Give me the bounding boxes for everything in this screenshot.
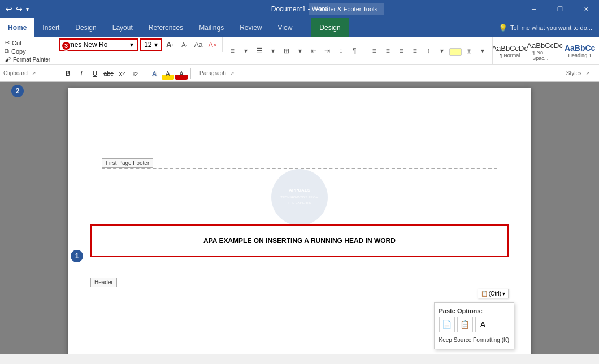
first-page-footer-label: First Page Footer bbox=[102, 158, 153, 168]
tell-me-bar[interactable]: 💡 Tell me what you want to do... bbox=[492, 18, 599, 37]
badge-3: 3 bbox=[61, 41, 71, 51]
paste-ctrl-button[interactable]: 📋 (Ctrl) ▾ bbox=[478, 289, 509, 298]
redo-icon[interactable]: ↪ bbox=[16, 5, 23, 14]
tab-view[interactable]: View bbox=[270, 18, 301, 37]
strikethrough-button[interactable]: abc bbox=[102, 67, 115, 80]
change-case-button[interactable]: Aa bbox=[192, 38, 205, 51]
tab-review[interactable]: Review bbox=[232, 18, 270, 37]
paragraph-section-label: Paragraph bbox=[199, 70, 226, 76]
ribbon: Home Insert Design Layout References Mai… bbox=[0, 18, 599, 82]
clipboard-expand-icon[interactable]: ↗ bbox=[32, 71, 36, 76]
bullets-button[interactable]: ≡ bbox=[226, 45, 238, 57]
header-highlight-box[interactable]: APA EXAMPLE ON INSERTING A RUNNING HEAD … bbox=[90, 224, 509, 257]
multilevel-dropdown[interactable]: ▾ bbox=[294, 45, 306, 57]
badge-1: 1 bbox=[71, 250, 83, 262]
highlight-color-button[interactable]: A bbox=[162, 67, 174, 80]
keep-text-only-icon-btn[interactable]: A bbox=[475, 317, 491, 332]
copy-button[interactable]: ⧉ Copy bbox=[3, 47, 51, 55]
paste-option-icons: 📄 📋 A bbox=[439, 317, 510, 332]
style-heading1[interactable]: AaBbCc Heading 1 bbox=[563, 42, 597, 59]
clipboard-section-label: Clipboard bbox=[3, 70, 28, 76]
tab-design-contextual[interactable]: Design bbox=[311, 18, 348, 37]
superscript-button[interactable]: x2 bbox=[129, 67, 142, 80]
format-separator-2 bbox=[190, 68, 191, 79]
bullets-dropdown[interactable]: ▾ bbox=[240, 45, 252, 57]
align-justify-button[interactable]: ≡ bbox=[409, 45, 421, 57]
decrease-indent-button[interactable]: ⇤ bbox=[307, 45, 320, 57]
font-size-dropdown[interactable]: 12 ▾ bbox=[140, 38, 162, 51]
border-button[interactable]: ⊞ bbox=[463, 45, 475, 57]
tab-references[interactable]: References bbox=[141, 18, 191, 37]
paste-ctrl-label: (Ctrl) bbox=[489, 291, 501, 297]
numbering-dropdown[interactable]: ▾ bbox=[267, 45, 279, 57]
styles-section: AaBbCcDc ¶ Normal AaBbCcDc ¶ No Spac... … bbox=[493, 37, 599, 64]
shading-button[interactable] bbox=[449, 48, 462, 56]
paragraph-expand-icon[interactable]: ↗ bbox=[230, 71, 235, 76]
cut-button[interactable]: ✂ Cut bbox=[3, 38, 51, 47]
align-right-button[interactable]: ≡ bbox=[395, 45, 407, 57]
font-dropdown-arrow[interactable]: ▾ bbox=[130, 41, 133, 49]
style-h1-label: Heading 1 bbox=[568, 53, 592, 58]
highlight-icon: A bbox=[166, 70, 170, 77]
italic-button[interactable]: I bbox=[75, 67, 88, 80]
styles-expand-icon[interactable]: ↗ bbox=[585, 71, 590, 76]
line-spacing-button[interactable]: ↕ bbox=[422, 45, 435, 57]
numbering-button[interactable]: ☰ bbox=[253, 45, 266, 57]
close-button[interactable]: ✕ bbox=[573, 0, 599, 18]
keep-source-formatting-icon-btn[interactable]: 📄 bbox=[439, 317, 455, 332]
restore-button[interactable]: ❐ bbox=[547, 0, 573, 18]
undo-icon[interactable]: ↩ bbox=[6, 5, 12, 14]
tab-home[interactable]: Home bbox=[0, 18, 34, 37]
tab-insert[interactable]: Insert bbox=[34, 18, 67, 37]
style-normal[interactable]: AaBbCcDc ¶ Normal bbox=[493, 43, 527, 59]
paragraph-label-area: Paragraph ↗ bbox=[199, 70, 235, 76]
font-grow-button[interactable]: A+ bbox=[164, 38, 176, 51]
bold-button[interactable]: B bbox=[62, 67, 74, 80]
page-body-top bbox=[102, 110, 497, 144]
cut-icon: ✂ bbox=[5, 39, 10, 46]
increase-indent-button[interactable]: ⇥ bbox=[321, 45, 333, 57]
sort-button[interactable]: ↕ bbox=[335, 45, 347, 57]
font-size-arrow[interactable]: ▾ bbox=[154, 41, 158, 49]
tab-design[interactable]: Design bbox=[67, 18, 104, 37]
list-section: ≡ ▾ ☰ ▾ ⊞ ▾ ⇤ ⇥ ↕ ¶ bbox=[223, 37, 364, 64]
page-content: First Page Footer APPUALS TECH HOW-TO'S … bbox=[68, 88, 531, 224]
align-center-button[interactable]: ≡ bbox=[381, 45, 394, 57]
merge-formatting-icon-btn[interactable]: 📋 bbox=[457, 317, 473, 332]
watermark: APPUALS TECH HOW-TO'S FROM THE EXPERTS bbox=[266, 169, 333, 227]
align-left-button[interactable]: ≡ bbox=[368, 45, 380, 57]
font-name-value: Times New Ro bbox=[63, 41, 129, 49]
font-size-value: 12 bbox=[144, 41, 154, 49]
tab-layout[interactable]: Layout bbox=[105, 18, 141, 37]
clear-formatting-button[interactable]: A✕ bbox=[206, 38, 219, 51]
style-no-spacing[interactable]: AaBbCcDc ¶ No Spac... bbox=[528, 40, 562, 62]
tell-me-text[interactable]: Tell me what you want to do... bbox=[510, 24, 592, 31]
border-dropdown[interactable]: ▾ bbox=[476, 45, 489, 57]
search-icon: 💡 bbox=[498, 24, 507, 32]
style-normal-label: ¶ Normal bbox=[500, 53, 520, 58]
format-painter-button[interactable]: 🖌 Format Painter bbox=[3, 55, 51, 63]
window-controls[interactable]: ─ ❐ ✕ bbox=[521, 0, 599, 18]
svg-text:THE EXPERTS: THE EXPERTS bbox=[288, 201, 311, 205]
line-spacing-dropdown[interactable]: ▾ bbox=[436, 45, 448, 57]
font-color-button[interactable]: A bbox=[175, 67, 188, 80]
title-bar: ↩ ↪ ▾ Document1 - Word Header & Footer T… bbox=[0, 0, 599, 18]
align-section: ≡ ≡ ≡ ≡ ↕ ▾ ⊞ ▾ bbox=[364, 37, 493, 64]
keep-source-formatting-option[interactable]: Keep Source Formatting (K) bbox=[439, 336, 510, 344]
quick-access-toolbar[interactable]: ↩ ↪ ▾ bbox=[6, 5, 29, 14]
styles-label-area: Styles ↗ bbox=[566, 70, 590, 76]
footer-area[interactable]: APPUALS TECH HOW-TO'S FROM THE EXPERTS bbox=[102, 168, 497, 213]
tab-mailings[interactable]: Mailings bbox=[191, 18, 232, 37]
clipboard-label-area: Clipboard ↗ bbox=[3, 70, 54, 76]
subscript-button[interactable]: x2 bbox=[116, 67, 128, 80]
underline-button[interactable]: U bbox=[89, 67, 101, 80]
minimize-button[interactable]: ─ bbox=[521, 0, 547, 18]
customize-icon[interactable]: ▾ bbox=[26, 6, 29, 12]
show-paragraph-button[interactable]: ¶ bbox=[348, 45, 361, 57]
paste-ctrl-icon: 📋 bbox=[481, 291, 488, 297]
multilevel-button[interactable]: ⊞ bbox=[280, 45, 293, 57]
font-shrink-button[interactable]: A- bbox=[178, 38, 190, 51]
toolbar-row-1: ✂ Cut ⧉ Copy 🖌 Format Painter Times New … bbox=[0, 37, 599, 65]
text-effects-button[interactable]: A bbox=[148, 67, 160, 80]
header-label-container: Header bbox=[90, 274, 509, 287]
